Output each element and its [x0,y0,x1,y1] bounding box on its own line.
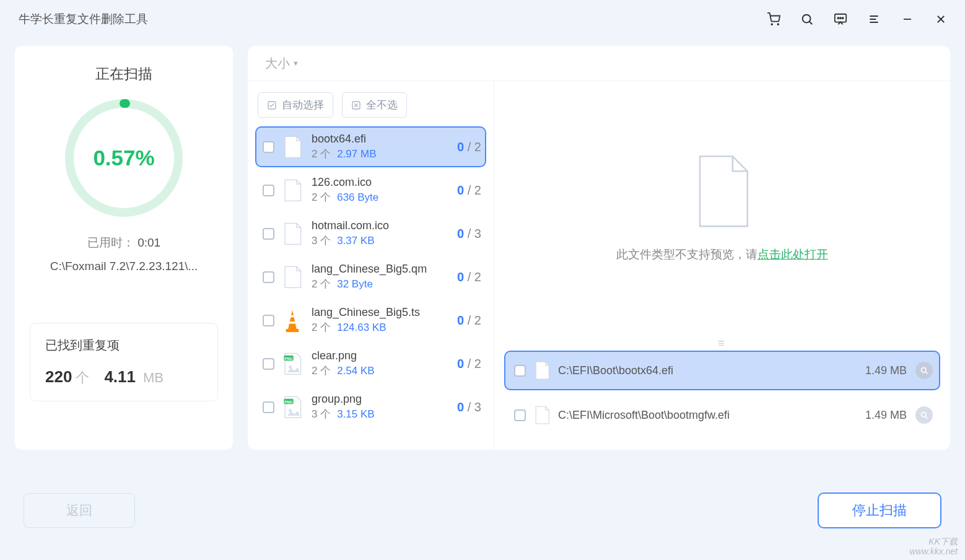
progress-percent: 0.57% [62,96,186,220]
titlebar-actions [767,12,948,26]
scan-path: C:\Foxmail 7.2\7.2.23.121\... [50,260,198,273]
svg-point-5 [837,17,839,19]
footer: 返回 停止扫描 [0,479,965,560]
locate-button[interactable] [915,406,933,424]
svg-point-6 [840,17,841,19]
selection-ratio: 0 / 3 [457,400,481,414]
group-row[interactable]: 126.com.ico2 个636 Byte0 / 2 [255,170,486,211]
summary-title: 已找到重复项 [45,337,203,354]
file-type-icon: PNG [282,350,303,377]
file-type-icon [282,133,303,160]
file-name: group.png [312,393,452,406]
auto-select-button[interactable]: 自动选择 [258,92,333,118]
checkbox[interactable] [263,141,274,153]
deselect-all-button[interactable]: 全不选 [342,92,407,118]
summary-box: 已找到重复项 220 个 4.11 MB [30,323,218,401]
selection-ratio: 0 / 2 [457,313,481,328]
search-icon[interactable] [800,12,814,26]
group-list: 自动选择 全不选 bootx64.efi2 个2.97 MB0 / 2126.c… [248,81,494,450]
watermark: KK下载 www.kkx.net [909,537,958,556]
svg-rect-21 [290,315,295,317]
file-type-icon [282,307,303,334]
file-name: 126.com.ico [312,176,452,189]
file-type-icon: PNG [282,393,303,421]
svg-rect-20 [286,329,299,332]
group-row[interactable]: lang_Chinese_Big5.ts2 个124.63 KB0 / 2 [255,300,486,341]
svg-point-29 [921,367,926,372]
checkbox[interactable] [514,409,526,421]
checkbox[interactable] [263,401,274,413]
svg-line-3 [810,22,813,25]
file-icon [533,359,551,382]
results-panel: 大小 ▼ 自动选择 全不选 bootx64.efi2 个2.97 MB0 / 2… [248,46,950,450]
drag-handle-icon[interactable]: ≡ [494,336,950,351]
selection-ratio: 0 / 2 [457,140,481,154]
checkbox[interactable] [263,271,274,283]
locate-button[interactable] [915,362,933,379]
duplicate-row[interactable]: C:\EFI\Boot\bootx64.efi1.49 MB [504,351,940,390]
selection-ratio: 0 / 2 [457,183,481,198]
file-type-icon [282,177,303,204]
file-size: 1.49 MB [865,409,907,422]
file-path: C:\EFI\Boot\bootx64.efi [558,364,858,377]
progress-ring: 0.57% [62,96,186,220]
stop-scan-button[interactable]: 停止扫描 [818,492,941,528]
svg-point-1 [777,24,779,25]
svg-point-2 [803,15,811,23]
group-row[interactable]: hotmail.com.ico3 个3.37 KB0 / 3 [255,213,486,254]
checkbox[interactable] [263,228,274,240]
scan-title: 正在扫描 [95,64,152,84]
sort-bar[interactable]: 大小 ▼ [248,46,950,81]
summary-count: 220 [45,367,72,387]
file-size: 1.49 MB [865,364,907,377]
minimize-icon[interactable] [901,12,914,26]
file-name: clear.png [312,349,452,362]
group-row[interactable]: PNGclear.png2 个2.54 KB0 / 2 [255,343,486,384]
duplicate-row[interactable]: C:\EFI\Microsoft\Boot\bootmgfw.efi1.49 M… [504,395,940,435]
group-row[interactable]: bootx64.efi2 个2.97 MB0 / 2 [255,126,486,167]
caret-down-icon: ▼ [292,59,299,67]
file-name: lang_Chinese_Big5.qm [312,263,452,276]
open-file-link[interactable]: 点击此处打开 [758,248,828,261]
scan-panel: 正在扫描 0.57% 已用时： 0:01 C:\Foxmail 7.2\7.2.… [15,46,233,450]
sort-label: 大小 [265,55,290,72]
document-icon [692,155,752,229]
elapsed: 已用时： 0:01 [87,235,160,251]
preview-area: 此文件类型不支持预览，请点击此处打开 [494,81,950,336]
svg-line-32 [925,416,927,418]
selection-ratio: 0 / 3 [457,227,481,241]
menu-icon[interactable] [867,12,881,26]
file-type-icon [282,263,303,291]
file-path: C:\EFI\Microsoft\Boot\bootmgfw.efi [558,409,858,422]
file-icon [533,404,551,426]
svg-rect-22 [289,322,295,323]
preview-text: 此文件类型不支持预览，请点击此处打开 [616,247,828,263]
detail-pane: 此文件类型不支持预览，请点击此处打开 ≡ C:\EFI\Boot\bootx64… [494,81,950,450]
feedback-icon[interactable] [834,12,847,26]
checkbox[interactable] [263,358,274,370]
duplicate-list: C:\EFI\Boot\bootx64.efi1.49 MBC:\EFI\Mic… [494,351,950,450]
cart-icon[interactable] [767,12,780,26]
summary-size: 4.11 [104,367,136,387]
selection-ratio: 0 / 2 [457,270,481,284]
svg-line-30 [925,372,927,374]
group-row[interactable]: PNGgroup.png3 个3.15 KB0 / 3 [255,387,486,427]
file-name: bootx64.efi [312,133,452,146]
svg-point-7 [842,17,844,19]
app-title: 牛学长重复文件删除工具 [19,11,148,27]
svg-text:PNG: PNG [285,356,293,360]
selection-ratio: 0 / 2 [457,357,481,371]
checkbox[interactable] [263,315,274,326]
svg-point-31 [921,412,926,417]
file-name: lang_Chinese_Big5.ts [312,306,452,319]
titlebar: 牛学长重复文件删除工具 [0,0,965,38]
group-row[interactable]: lang_Chinese_Big5.qm2 个32 Byte0 / 2 [255,256,486,297]
svg-text:PNG: PNG [285,400,293,403]
back-button: 返回 [24,493,135,528]
svg-point-0 [771,24,772,25]
checkbox[interactable] [263,185,274,196]
checkbox[interactable] [514,365,526,377]
close-icon[interactable] [934,12,948,26]
file-name: hotmail.com.ico [312,219,452,232]
file-type-icon [282,220,303,247]
